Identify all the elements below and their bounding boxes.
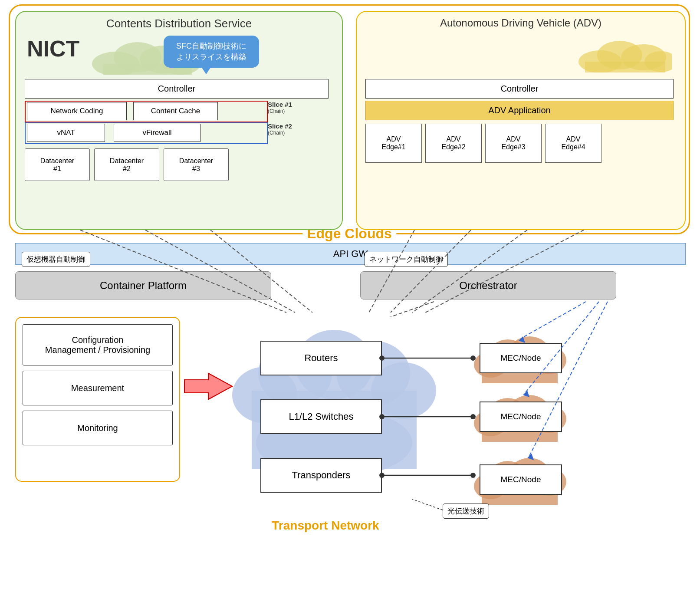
slice2-label: Slice #2 (Chain) — [268, 122, 292, 136]
transport-label: Transport Network — [250, 519, 401, 533]
adv-edge2: ADV Edge#2 — [425, 124, 482, 163]
adv-edge1: ADV Edge#1 — [365, 124, 422, 163]
double-arrow — [180, 365, 237, 408]
jp-label3: 光伝送技術 — [443, 504, 489, 519]
config-item: Configuration Management / Provisioning — [23, 324, 173, 365]
measurement-item: Measurement — [23, 371, 173, 405]
adv-controller-bar: Controller — [365, 79, 674, 99]
adv-edge3: ADV Edge#3 — [485, 124, 542, 163]
dc1-box: Datacenter #1 — [25, 148, 90, 181]
dc3-box: Datacenter #3 — [164, 148, 229, 181]
routers-box: Routers — [260, 341, 382, 375]
monitoring-item: Monitoring — [23, 411, 173, 445]
dc2-box: Datacenter #2 — [94, 148, 159, 181]
adv-box: Autonomous Driving Vehicle (ADV) Control… — [356, 11, 686, 230]
mec3-box: MEC/Node — [480, 464, 562, 495]
slice1-label: Slice #1 (Chain) — [268, 101, 292, 114]
orchestrator-box: Orchestrator — [360, 271, 616, 300]
vfirewall-box: vFirewall — [114, 124, 200, 142]
vnat-box: vNAT — [27, 124, 105, 142]
adv-cloud — [576, 36, 672, 72]
sfc-bubble: SFC自動制御技術に よりスライスを構築 — [164, 36, 259, 68]
api-gw-bar: API GW — [15, 243, 686, 265]
datacenter-row: Datacenter #1 Datacenter #2 Datacenter #… — [25, 148, 229, 181]
jp-label2: ネットワーク自動制御 — [365, 252, 448, 267]
mec2-box: MEC/Node — [480, 402, 562, 432]
svg-marker-11 — [184, 373, 232, 399]
network-coding-box: Network Coding — [27, 102, 127, 120]
main-container: Edge Clouds Contents Distribution Servic… — [0, 0, 700, 599]
cds-box: Contents Distribution Service NICT SFC自動… — [15, 11, 343, 230]
switches-box: L1/L2 Switches — [260, 399, 382, 434]
mec1-box: MEC/Node — [480, 343, 562, 373]
adv-title: Autonomous Driving Vehicle (ADV) — [440, 17, 601, 29]
cds-controller-bar: Controller — [25, 79, 329, 99]
adv-edge4: ADV Edge#4 — [545, 124, 601, 163]
nict-label: NICT — [27, 36, 79, 62]
content-cache-box: Content Cache — [133, 102, 218, 120]
container-platform-box: Container Platform — [15, 271, 271, 300]
adv-app-bar: ADV Application — [365, 101, 674, 120]
transponders-box: Transponders — [260, 458, 382, 493]
mgmt-box: Configuration Management / Provisioning … — [15, 317, 180, 482]
svg-rect-9 — [585, 62, 665, 72]
jp-label1: 仮想機器自動制御 — [22, 252, 90, 267]
cds-title: Contents Distribution Service — [106, 17, 252, 30]
adv-edge-row: ADV Edge#1 ADV Edge#2 ADV Edge#3 ADV Edg… — [365, 124, 601, 163]
